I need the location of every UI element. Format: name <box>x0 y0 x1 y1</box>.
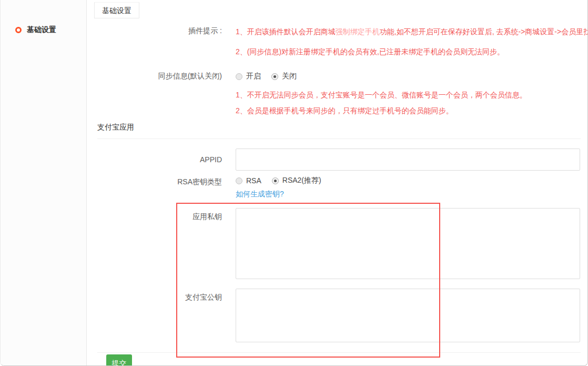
form-row-rsa-type: RSA密钥类型 RSA RSA2(推荐) 如何生成密钥? <box>97 176 579 199</box>
footer-divider <box>97 352 581 353</box>
generate-key-help-link[interactable]: 如何生成密钥? <box>236 190 284 199</box>
submit-button[interactable]: 提交 <box>106 354 132 365</box>
radio-unchecked-icon <box>236 177 242 184</box>
form-row-plugin-tips: 插件提示 : 1、开启该插件默认会开启商城强制绑定手机功能,如不想开启可在保存好… <box>97 26 579 57</box>
radio-label: 开启 <box>246 72 261 81</box>
radio-rsa2[interactable]: RSA2(推荐) <box>272 176 321 185</box>
radio-label: RSA2(推荐) <box>282 176 321 185</box>
form-row-public-key: 支付宝公钥 <box>97 289 579 344</box>
sync-info-note-2: 2、会员是根据手机号来同步的，只有绑定过手机号的会员能同步。 <box>236 105 527 116</box>
public-key-label: 支付宝公钥 <box>97 289 222 302</box>
radio-label: 关闭 <box>282 72 297 81</box>
rsa-radio-group: RSA RSA2(推荐) <box>236 176 321 185</box>
sync-info-radio-group: 开启 关闭 <box>236 72 527 81</box>
radio-label: RSA <box>246 176 261 185</box>
main-content: 基础设置 插件提示 : 1、开启该插件默认会开启商城强制绑定手机功能,如不想开启… <box>87 0 587 365</box>
appid-input[interactable] <box>236 149 580 171</box>
sidebar: 基础设置 <box>1 0 87 365</box>
tab-bar: 基础设置 <box>94 2 579 18</box>
plugin-tips-label: 插件提示 : <box>97 26 222 36</box>
public-key-textarea[interactable] <box>236 289 580 342</box>
ring-icon <box>15 27 22 33</box>
radio-unchecked-icon <box>236 73 242 80</box>
sidebar-item-label: 基础设置 <box>27 25 56 35</box>
radio-rsa[interactable]: RSA <box>236 176 261 185</box>
sync-info-note-1: 1、不开启无法同步会员，支付宝账号是一个会员、微信账号是一个会员，两个会员信息。 <box>236 90 527 100</box>
form-row-appid: APPID <box>97 149 579 171</box>
form-row-sync-info: 同步信息(默认关闭) 开启 关闭 1、不开启无法同步会员，支付宝账号是一个会员、… <box>97 72 579 116</box>
plugin-settings-page: 基础设置 基础设置 插件提示 : 1、开启该插件默认会开启商城强制绑定手机功能,… <box>0 0 588 366</box>
appid-label: APPID <box>97 155 222 164</box>
alipay-section-title: 支付宝应用 <box>97 123 579 132</box>
private-key-label: 应用私钥 <box>97 208 222 222</box>
radio-checked-icon <box>272 177 279 184</box>
radio-checked-icon <box>271 73 278 80</box>
sync-info-label: 同步信息(默认关闭) <box>97 72 222 81</box>
plugin-tip-line-1: 1、开启该插件默认会开启商城强制绑定手机功能,如不想开启可在保存好设置后, 去系… <box>236 26 587 37</box>
radio-sync-off[interactable]: 关闭 <box>271 72 297 81</box>
tab-basic-settings[interactable]: 基础设置 <box>94 2 139 18</box>
form-row-private-key: 应用私钥 <box>97 208 579 281</box>
sidebar-item-basic-settings[interactable]: 基础设置 <box>15 25 86 35</box>
rsa-type-label: RSA密钥类型 <box>97 176 222 187</box>
private-key-textarea[interactable] <box>236 208 580 279</box>
plugin-tip-line-2: 2、(同步信息)对新注册绑定手机的会员有效,已注册未绑定手机的会员则无法同步。 <box>236 46 587 57</box>
section-divider <box>97 139 581 139</box>
radio-sync-on[interactable]: 开启 <box>236 72 261 81</box>
